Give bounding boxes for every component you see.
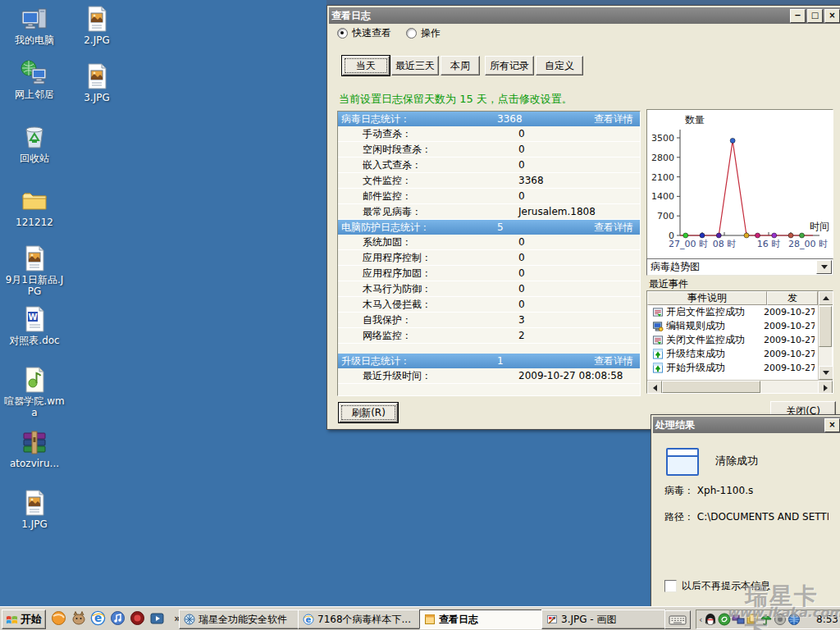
close-button[interactable]: × bbox=[824, 418, 840, 432]
qq-tray-icon[interactable] bbox=[704, 613, 717, 626]
desktop-icon-doc-file-5[interactable]: W对照表.doc bbox=[3, 305, 66, 346]
radio-quick-view[interactable]: 快速查看 bbox=[337, 26, 391, 40]
desktop-icon-rar-file-7[interactable]: atozviru... bbox=[3, 428, 66, 469]
maximize-button[interactable]: □ bbox=[807, 9, 823, 23]
stats-row: 嵌入式查杀：0 bbox=[338, 158, 640, 173]
events-horizontal-scrollbar[interactable] bbox=[647, 380, 833, 393]
stats-value: Jerusalem.1808 bbox=[518, 206, 640, 217]
event-row[interactable]: 开始升级成功2009-10-27 bbox=[647, 361, 818, 375]
virus-value: Xph-1100.s bbox=[697, 485, 753, 496]
triangle-down-icon bbox=[823, 371, 829, 378]
internet-explorer-icon: e bbox=[303, 614, 314, 625]
desktop-icon-jpg-file-c2-0[interactable]: 2.JPG bbox=[66, 5, 128, 46]
stats-row: 最常见病毒：Jerusalem.1808 bbox=[338, 204, 640, 220]
scroll-left-button[interactable] bbox=[647, 381, 662, 394]
network-tray-icon[interactable] bbox=[732, 613, 745, 626]
stats-row: 应用程序控制：0 bbox=[338, 250, 640, 266]
event-description: 开启文件监控成功 bbox=[666, 305, 764, 319]
radio-operation[interactable]: 操作 bbox=[406, 26, 441, 40]
filter-button-all-records[interactable]: 所有记录 bbox=[485, 56, 534, 75]
horizontal-scroll-thumb[interactable] bbox=[662, 381, 760, 393]
event-description: 升级结束成功 bbox=[666, 347, 764, 361]
scroll-track[interactable] bbox=[760, 381, 818, 393]
quick-launch-emule-icon[interactable] bbox=[71, 610, 86, 626]
globe-tray-icon[interactable] bbox=[788, 613, 801, 626]
taskbar-clock: 8:53 bbox=[816, 614, 840, 625]
quick-launch-orange-globe-icon[interactable] bbox=[51, 610, 66, 626]
input-method-button[interactable] bbox=[664, 610, 691, 629]
combobox-dropdown-button[interactable] bbox=[816, 260, 832, 274]
result-dialog-titlebar[interactable]: 处理结果 × bbox=[653, 417, 840, 433]
stats-label: 最常见病毒： bbox=[338, 205, 518, 219]
view-details-link[interactable]: 查看详情 bbox=[594, 112, 640, 126]
dial-tray-icon[interactable] bbox=[774, 613, 787, 626]
tray-icon-group bbox=[704, 613, 801, 626]
checkbox-box[interactable] bbox=[664, 580, 677, 592]
event-date: 2009-10-27 bbox=[764, 335, 815, 345]
edit-rule-icon bbox=[652, 321, 664, 331]
start-button[interactable]: 开始 bbox=[2, 609, 46, 629]
events-vertical-scrollbar[interactable] bbox=[818, 291, 832, 380]
stats-row: 邮件监控：0 bbox=[338, 189, 640, 204]
event-row[interactable]: 开启文件监控成功2009-10-27 bbox=[647, 305, 818, 319]
view-details-link[interactable]: 查看详情 bbox=[594, 221, 640, 235]
refresh-button[interactable]: 刷新(R) bbox=[339, 403, 398, 422]
checkbox-label: 以后不再提示本信息 bbox=[682, 579, 770, 593]
desktop-icon-label: 2.JPG bbox=[66, 34, 128, 46]
stats-label: 邮件监控： bbox=[338, 189, 518, 203]
stats-value: 3368 bbox=[518, 175, 640, 186]
scroll-right-button[interactable] bbox=[818, 381, 833, 394]
filter-button-today[interactable]: 当天 bbox=[342, 56, 390, 75]
vertical-scroll-thumb[interactable] bbox=[819, 306, 832, 347]
quick-launch-red-browser-icon[interactable] bbox=[130, 610, 145, 626]
desktop-icon-recycle-bin-2[interactable]: 回收站 bbox=[3, 123, 66, 164]
taskbar-task-0[interactable]: 瑞星全功能安全软件 bbox=[179, 609, 299, 629]
rising-umbrella-tray-icon[interactable] bbox=[760, 613, 773, 626]
scroll-up-button[interactable] bbox=[819, 291, 833, 305]
desktop-icon-jpg-file-c2-1[interactable]: 3.JPG bbox=[66, 62, 128, 103]
desktop-icon-folder-3[interactable]: 121212 bbox=[3, 187, 66, 228]
triangle-right-icon bbox=[824, 385, 831, 391]
desktop-icon-my-computer-0[interactable]: 我的电脑 bbox=[3, 5, 66, 46]
filter-button-recent-3-days[interactable]: 最近三天 bbox=[391, 56, 439, 75]
log-dialog-titlebar[interactable]: 查看日志 − □ × bbox=[329, 7, 840, 24]
tray-collapse-arrow[interactable]: ‹ bbox=[699, 614, 702, 625]
stats-section-header: 升级日志统计：1查看详情 bbox=[338, 354, 640, 368]
retention-notice[interactable]: 当前设置日志保留天数为 15 天，点击修改设置。 bbox=[339, 92, 573, 107]
recent-events-list: 事件说明 发 开启文件监控成功2009-10-27编辑规则成功2009-10-2… bbox=[646, 290, 833, 394]
stats-label: 应用程序控制： bbox=[338, 251, 518, 265]
stats-label: 自我保护： bbox=[338, 313, 518, 327]
desktop-icon-label: 1.JPG bbox=[3, 518, 66, 530]
svg-text:16 时: 16 时 bbox=[757, 239, 781, 249]
quick-launch-music-player-icon[interactable] bbox=[110, 610, 126, 626]
events-column-header-description[interactable]: 事件说明 bbox=[647, 291, 767, 305]
close-button[interactable]: × bbox=[824, 9, 840, 23]
taskbar-task-1[interactable]: e7168个病毒样本下... bbox=[298, 609, 427, 629]
view-details-link[interactable]: 查看详情 bbox=[594, 354, 640, 368]
taskbar-task-2[interactable]: 查看日志 bbox=[419, 609, 547, 629]
virus-label: 病毒： bbox=[664, 485, 694, 496]
events-column-header-time[interactable]: 发 bbox=[767, 291, 818, 305]
update-tray-icon[interactable] bbox=[718, 613, 731, 626]
event-row[interactable]: 升级结束成功2009-10-27 bbox=[647, 347, 818, 361]
filter-button-this-week[interactable]: 本周 bbox=[441, 56, 480, 75]
stats-row: 手动查杀：0 bbox=[338, 126, 640, 142]
event-row[interactable]: 关闭文件监控成功2009-10-27 bbox=[647, 333, 818, 347]
desktop-icon-wma-file-6[interactable]: 喧嚣学院.wma bbox=[3, 366, 66, 418]
stats-value: 3368 bbox=[497, 113, 594, 125]
dont-remind-checkbox[interactable]: 以后不再提示本信息 bbox=[664, 579, 770, 593]
desktop-icon-network-places-1[interactable]: 网上邻居 bbox=[3, 59, 66, 100]
quick-launch-internet-explorer-icon[interactable]: e bbox=[90, 610, 106, 626]
event-row[interactable]: 编辑规则成功2009-10-27 bbox=[647, 319, 818, 333]
chart-type-combobox[interactable]: 病毒趋势图 bbox=[646, 258, 833, 276]
desktop-icon-jpg-file-4[interactable]: 9月1日新品.JPG bbox=[3, 244, 66, 297]
scroll-down-button[interactable] bbox=[819, 366, 833, 380]
files-tray-icon[interactable] bbox=[746, 613, 759, 626]
quick-launch-media-folder-icon[interactable] bbox=[149, 610, 165, 626]
event-date: 2009-10-27 bbox=[764, 321, 815, 331]
filter-button-custom[interactable]: 自定义 bbox=[536, 56, 583, 75]
svg-text:28_00 时: 28_00 时 bbox=[788, 239, 828, 249]
desktop-icon-jpg-file-8[interactable]: 1.JPG bbox=[3, 489, 66, 530]
minimize-button[interactable]: − bbox=[790, 9, 806, 23]
taskbar-task-3[interactable]: 3.JPG - 画图 bbox=[541, 609, 666, 629]
